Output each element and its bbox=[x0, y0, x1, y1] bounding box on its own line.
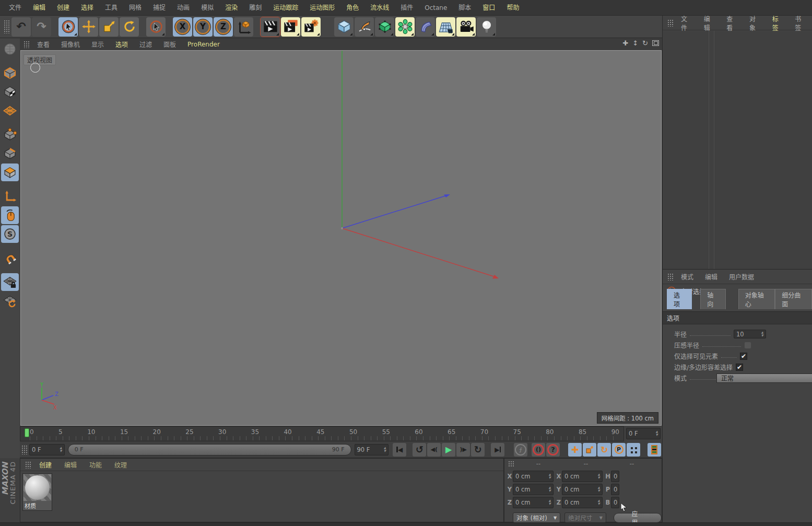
rotate-button[interactable] bbox=[120, 17, 139, 37]
tab-subdivision[interactable]: 细分曲面 bbox=[775, 289, 812, 309]
am-menu-edit[interactable]: 编辑 bbox=[699, 272, 723, 281]
spinner-arrows-icon[interactable]: ▲▼ bbox=[384, 447, 386, 453]
play-button[interactable]: ▶ bbox=[442, 443, 455, 457]
menu-tools[interactable]: 工具 bbox=[99, 0, 123, 16]
am-menu-mode[interactable]: 模式 bbox=[675, 272, 699, 281]
autokey-button[interactable]: () bbox=[532, 443, 545, 457]
menu-animate[interactable]: 动画 bbox=[171, 0, 195, 16]
goto-end-button[interactable]: ▶ bbox=[491, 443, 504, 457]
zoom-view-icon[interactable]: ↕ bbox=[632, 39, 638, 47]
pan-view-icon[interactable]: ✚ bbox=[622, 39, 628, 47]
pos-y-field[interactable]: 0 cm▲▼ bbox=[513, 484, 554, 495]
vp-menu-prorender[interactable]: ProRender bbox=[182, 41, 226, 48]
tab-object-axis[interactable]: 对象轴心 bbox=[738, 289, 775, 309]
axis-x-lock-button[interactable]: X bbox=[173, 17, 192, 37]
vp-menu-display[interactable]: 显示 bbox=[86, 40, 110, 49]
snap-settings-button[interactable]: S bbox=[1, 225, 19, 243]
menu-window[interactable]: 窗口 bbox=[477, 0, 501, 16]
mograph-button[interactable] bbox=[395, 17, 415, 37]
key-scale-button[interactable] bbox=[583, 443, 596, 457]
workplane-mode-button[interactable] bbox=[1, 102, 19, 120]
axis-z-lock-button[interactable]: Z bbox=[214, 17, 233, 37]
om-menu-bookmarks[interactable]: 书签 bbox=[789, 14, 812, 32]
am-menu-userdata[interactable]: 用户数据 bbox=[723, 272, 760, 281]
record-button[interactable]: ⨍ bbox=[514, 443, 527, 457]
attribute-section-header[interactable]: 选项 bbox=[663, 311, 812, 324]
pos-x-field[interactable]: 0 cm▲▼ bbox=[513, 471, 554, 482]
om-menu-tags[interactable]: 标签 bbox=[767, 14, 790, 32]
menu-create[interactable]: 创建 bbox=[51, 0, 75, 16]
preview-range-slider[interactable]: 0 F 90 F bbox=[68, 444, 351, 455]
mat-menu-texture[interactable]: 纹理 bbox=[108, 460, 133, 469]
menu-edit[interactable]: 编辑 bbox=[27, 0, 51, 16]
add-cube-button[interactable] bbox=[334, 17, 354, 37]
visible-only-checkbox[interactable]: ✔ bbox=[740, 353, 747, 360]
menu-octane[interactable]: Octane bbox=[419, 0, 453, 16]
key-rotation-button[interactable]: ↻ bbox=[597, 443, 611, 457]
attribute-drag-handle[interactable] bbox=[667, 273, 674, 280]
spline-pen-button[interactable] bbox=[355, 17, 374, 37]
magnet-snap-button[interactable] bbox=[1, 249, 19, 267]
animbar-drag-handle[interactable] bbox=[21, 445, 28, 454]
menu-mesh[interactable]: 网格 bbox=[123, 0, 147, 16]
next-key-button[interactable]: ↻ bbox=[471, 443, 485, 457]
rot-b-field[interactable]: 0 bbox=[611, 497, 619, 508]
camera-button[interactable] bbox=[456, 17, 476, 37]
spinner-arrows-icon[interactable]: ▲▼ bbox=[656, 430, 658, 437]
previous-frame-button[interactable]: ◀( bbox=[427, 443, 441, 457]
polygons-mode-button[interactable] bbox=[1, 163, 19, 181]
coordinate-mode-dropdown[interactable]: 对象 (相对)▼ bbox=[513, 512, 560, 523]
mode-dropdown[interactable]: 正常 bbox=[716, 373, 812, 383]
menu-snap[interactable]: 捕捉 bbox=[147, 0, 171, 16]
size-mode-dropdown[interactable]: 绝对尺寸▼ bbox=[564, 512, 606, 523]
om-menu-file[interactable]: 文件 bbox=[675, 14, 698, 32]
menu-pipeline[interactable]: 流水线 bbox=[364, 0, 395, 16]
rot-p-field[interactable]: 0 bbox=[611, 484, 619, 495]
radius-field[interactable]: 10 ▲▼ bbox=[734, 330, 766, 338]
menu-script[interactable]: 脚本 bbox=[453, 0, 477, 16]
toggle-view-icon[interactable] bbox=[652, 40, 659, 46]
menu-character[interactable]: 角色 bbox=[340, 0, 364, 16]
render-picture-viewer-button[interactable] bbox=[281, 17, 300, 37]
apply-button[interactable]: 应用 bbox=[614, 513, 662, 523]
axis-y-lock-button[interactable]: Y bbox=[193, 17, 213, 37]
undo-button[interactable]: ↶ bbox=[11, 17, 31, 37]
redo-button[interactable]: ↷ bbox=[32, 17, 51, 37]
edges-mode-button[interactable] bbox=[1, 145, 19, 162]
light-button[interactable] bbox=[477, 17, 496, 37]
om-menu-view[interactable]: 查看 bbox=[721, 14, 744, 32]
model-mode-button[interactable] bbox=[1, 64, 19, 82]
coordinates-drag-handle[interactable] bbox=[508, 461, 514, 467]
mat-menu-function[interactable]: 功能 bbox=[83, 460, 108, 469]
view-label[interactable]: 透视视图 bbox=[23, 54, 56, 65]
key-parameter-button[interactable]: P bbox=[612, 443, 626, 457]
om-menu-edit[interactable]: 编辑 bbox=[698, 14, 721, 32]
size-y-field[interactable]: 0 cm▲▼ bbox=[562, 484, 603, 495]
timeline-mode-button[interactable] bbox=[648, 443, 661, 457]
pressure-checkbox[interactable] bbox=[744, 342, 751, 349]
menu-sculpt[interactable]: 雕刻 bbox=[243, 0, 267, 16]
rotate-view-icon[interactable]: ↻ bbox=[642, 39, 648, 47]
rot-h-field[interactable]: 0 bbox=[611, 471, 619, 482]
spinner-arrows-icon[interactable]: ▲▼ bbox=[761, 331, 763, 337]
menu-plugins[interactable]: 插件 bbox=[395, 0, 419, 16]
scale-button[interactable] bbox=[99, 17, 119, 37]
spinner-arrows-icon[interactable]: ▲▼ bbox=[60, 447, 62, 453]
vp-menu-options[interactable]: 选项 bbox=[110, 40, 134, 49]
coordinate-system-button[interactable] bbox=[234, 17, 253, 37]
move-button[interactable] bbox=[79, 17, 98, 37]
live-selection-button[interactable] bbox=[58, 17, 78, 37]
deformer-button[interactable] bbox=[416, 17, 435, 37]
render-view-button[interactable] bbox=[261, 17, 280, 37]
playhead[interactable] bbox=[25, 428, 29, 437]
previous-key-button[interactable]: ↺ bbox=[413, 443, 426, 457]
tab-axis[interactable]: 轴向 bbox=[700, 289, 725, 309]
key-pla-button[interactable] bbox=[627, 443, 640, 457]
material-drag-handle[interactable] bbox=[25, 461, 31, 469]
current-frame-spinner[interactable]: 0 F ▲▼ bbox=[626, 428, 661, 439]
toolbar-drag-handle[interactable] bbox=[4, 20, 10, 33]
timeline-ruler[interactable]: 05 1015 2025 3035 4045 5055 6065 7075 80… bbox=[20, 426, 624, 441]
vp-menu-camera[interactable]: 摄像机 bbox=[55, 40, 86, 49]
render-settings-button[interactable] bbox=[301, 17, 321, 37]
range-start-spinner[interactable]: 0 F ▲▼ bbox=[29, 444, 65, 455]
